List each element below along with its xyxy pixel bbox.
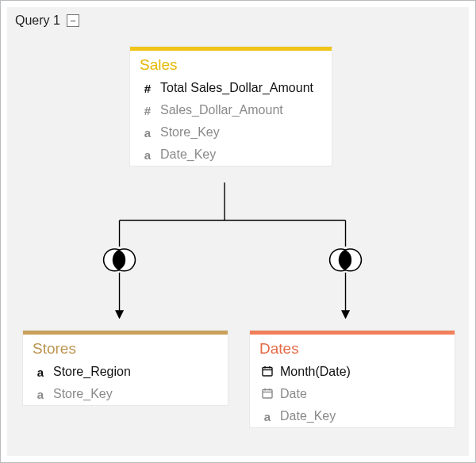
join-icon[interactable] — [104, 249, 136, 271]
numeric-icon: # — [141, 82, 154, 95]
table-title: Sales — [130, 51, 332, 77]
field-row[interactable]: a Store_Key — [23, 383, 228, 405]
field-name: Date — [280, 387, 307, 401]
query-label: Query 1 — [15, 13, 60, 28]
text-icon: a — [34, 365, 47, 379]
calendar-icon — [261, 365, 274, 379]
field-name: Store_Region — [53, 365, 131, 379]
query-header: Query 1 − — [15, 13, 79, 28]
field-row[interactable]: a Store_Key — [130, 121, 332, 143]
calendar-icon — [261, 388, 274, 401]
field-row[interactable]: # Total Sales_Dollar_Amount — [130, 77, 332, 99]
table-card-sales[interactable]: Sales # Total Sales_Dollar_Amount # Sale… — [130, 47, 332, 166]
table-card-stores[interactable]: Stores a Store_Region a Store_Key — [23, 331, 228, 405]
table-title: Dates — [250, 335, 455, 361]
collapse-button[interactable]: − — [67, 14, 79, 27]
field-row[interactable]: Month(Date) — [250, 361, 455, 383]
svg-rect-10 — [263, 367, 272, 376]
field-row[interactable]: # Sales_Dollar_Amount — [130, 99, 332, 121]
text-icon: a — [261, 410, 274, 423]
join-icon[interactable] — [330, 249, 362, 271]
field-name: Date_Key — [280, 409, 336, 423]
field-name: Total Sales_Dollar_Amount — [160, 81, 313, 95]
text-icon: a — [141, 148, 154, 162]
field-row[interactable]: a Store_Region — [23, 361, 228, 383]
text-icon: a — [141, 126, 154, 140]
field-name: Date_Key — [160, 147, 216, 162]
numeric-icon: # — [141, 104, 154, 117]
field-name: Sales_Dollar_Amount — [160, 103, 283, 117]
query-canvas: Query 1 − — [7, 7, 469, 456]
field-row[interactable]: Date — [250, 383, 455, 405]
field-row[interactable]: a Date_Key — [250, 405, 455, 427]
field-name: Month(Date) — [280, 365, 351, 379]
field-name: Store_Key — [53, 387, 113, 401]
table-title: Stores — [23, 335, 228, 361]
svg-rect-14 — [263, 389, 272, 398]
field-row[interactable]: a Date_Key — [130, 143, 332, 166]
table-card-dates[interactable]: Dates Month(Date) Date a Date_Key — [250, 331, 455, 427]
field-name: Store_Key — [160, 125, 220, 140]
text-icon: a — [34, 388, 47, 401]
